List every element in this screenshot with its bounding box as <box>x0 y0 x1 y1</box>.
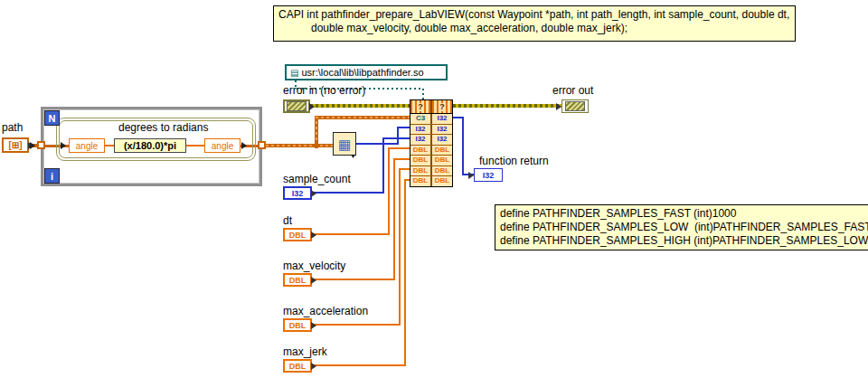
clfn-terminal-right[interactable]: DBL <box>432 156 452 165</box>
max-acceleration-type: DBL <box>289 321 307 330</box>
expression-text: (x/180.0)*pi <box>124 140 176 151</box>
clfn-terminal-right[interactable]: DBL <box>432 176 452 186</box>
define-line: define PATHFINDER_SAMPLES_HIGH (int)PATH… <box>500 234 865 248</box>
defines-comment[interactable]: define PATHFINDER_SAMPLES_FAST (int)1000… <box>495 204 868 250</box>
wires-layer <box>0 0 868 378</box>
expression-node[interactable]: (x/180.0)*pi <box>114 138 186 153</box>
function-return-wire <box>453 118 474 175</box>
clfn-terminal-left[interactable]: DBL <box>410 176 430 186</box>
clfn-row[interactable]: DBLDBL <box>410 155 452 165</box>
error-cluster-icon <box>565 101 585 111</box>
clfn-row[interactable]: DBLDBL <box>410 145 452 156</box>
dt-wire <box>312 148 410 234</box>
clfn-terminal-right[interactable]: DBL <box>432 166 452 176</box>
sample-count-type: I32 <box>292 189 304 198</box>
clfn-terminal-left[interactable]: DBL <box>410 156 430 165</box>
max-acceleration-terminal[interactable]: DBL <box>283 318 312 332</box>
function-return-label: function return <box>479 155 549 167</box>
sample-count-label: sample_count <box>283 173 351 185</box>
error-out-terminal[interactable] <box>561 99 589 113</box>
array-cluster-icon: [⊞] <box>8 140 22 150</box>
max-jerk-terminal[interactable]: DBL <box>283 359 312 373</box>
library-path-box[interactable]: ▤ usr:\local\lib\libpathfinder.so <box>285 64 448 80</box>
clfn-terminal-right[interactable]: I32 <box>432 125 452 135</box>
dt-label: dt <box>283 214 292 227</box>
loop-input-tunnel[interactable] <box>37 141 45 149</box>
max-acceleration-label: max_acceleration <box>283 305 368 317</box>
clfn-row[interactable]: I32I32 <box>410 134 452 145</box>
clfn-header-icon: ? <box>410 100 430 113</box>
wire-arrow-icon <box>241 142 247 149</box>
loop-iterator-label: i <box>51 171 53 182</box>
loop-count-terminal[interactable]: N <box>44 110 60 126</box>
clfn-header-icon: ? <box>432 100 452 113</box>
capi-comment-line2: double max_velocity, double max_accelera… <box>278 22 790 35</box>
loop-iterator-terminal[interactable]: i <box>44 168 60 184</box>
clfn-terminal-left[interactable]: I32 <box>410 125 430 135</box>
max-acceleration-wire <box>312 169 410 325</box>
define-line: define PATHFINDER_SAMPLES_FAST (int)1000 <box>500 207 865 221</box>
function-return-terminal[interactable]: I32 <box>474 168 503 182</box>
max-velocity-terminal[interactable]: DBL <box>283 273 312 287</box>
library-path-text: usr:\local\lib\libpathfinder.so <box>301 67 423 78</box>
max-jerk-type: DBL <box>289 362 307 371</box>
path-terminal[interactable]: [⊞] <box>2 137 29 153</box>
sample-count-terminal[interactable]: I32 <box>283 186 312 200</box>
path-label: path <box>2 121 23 134</box>
clfn-terminal-left[interactable]: DBL <box>410 166 430 176</box>
clfn-terminal-left[interactable]: DBL <box>410 146 430 156</box>
wire-arrow-icon <box>61 142 66 149</box>
capi-comment[interactable]: CAPI int pathfinder_prepare_LabVIEW(cons… <box>273 5 796 42</box>
loop-output-tunnel[interactable] <box>258 141 266 149</box>
clfn-terminal-left[interactable]: C3 <box>410 114 430 124</box>
clfn-terminal-right[interactable]: DBL <box>432 146 452 156</box>
clfn-row[interactable]: C3I32 <box>410 114 452 124</box>
path-length-wire <box>356 128 410 144</box>
degrees-to-radians-label: degrees to radians <box>118 121 208 134</box>
unbundle-angle-label: angle <box>76 141 98 151</box>
clfn-param-rows: C3I32I32I32I32I32DBLDBLDBLDBLDBLDBLDBLDB… <box>410 114 452 186</box>
max-velocity-label: max_velocity <box>283 260 345 272</box>
function-return-type: I32 <box>483 171 495 180</box>
define-line: define PATHFINDER_SAMPLES_LOW (int)PATHF… <box>500 221 865 234</box>
error-in-label: error in (no error) <box>283 84 365 97</box>
clfn-row[interactable]: I32I32 <box>410 124 452 135</box>
max-velocity-type: DBL <box>289 276 307 285</box>
capi-comment-line1: CAPI int pathfinder_prepare_LabVIEW(cons… <box>278 8 790 22</box>
array-grid-icon: ▦ <box>338 137 351 151</box>
error-out-label: error out <box>552 84 593 97</box>
call-library-function-node[interactable]: ? ? C3I32I32I32I32I32DBLDBLDBLDBLDBLDBLD… <box>410 99 453 187</box>
clfn-row[interactable]: DBLDBL <box>410 165 452 176</box>
max-jerk-wire <box>312 180 410 365</box>
clfn-terminal-right[interactable]: I32 <box>432 135 452 145</box>
clfn-terminal-right[interactable]: I32 <box>432 114 452 124</box>
node-dropdown-icon[interactable]: ▼ <box>350 153 356 159</box>
dt-terminal[interactable]: DBL <box>283 228 312 241</box>
clfn-row[interactable]: DBLDBL <box>410 175 452 186</box>
error-cluster-icon <box>287 101 307 111</box>
wire-arrow-icon <box>30 142 35 149</box>
dt-type: DBL <box>289 231 307 240</box>
clfn-header[interactable]: ? ? <box>410 100 452 114</box>
max-jerk-label: max_jerk <box>283 345 327 358</box>
bundle-angle-node[interactable]: angle <box>204 138 241 153</box>
block-diagram: CAPI int pathfinder_prepare_LabVIEW(cons… <box>0 0 868 378</box>
clfn-terminal-left[interactable]: I32 <box>410 135 430 145</box>
unbundle-angle-node[interactable]: angle <box>69 138 105 153</box>
error-in-terminal[interactable] <box>283 99 310 113</box>
bundle-angle-label: angle <box>212 141 233 151</box>
loop-count-label: N <box>49 113 56 124</box>
library-icon: ▤ <box>290 68 298 78</box>
